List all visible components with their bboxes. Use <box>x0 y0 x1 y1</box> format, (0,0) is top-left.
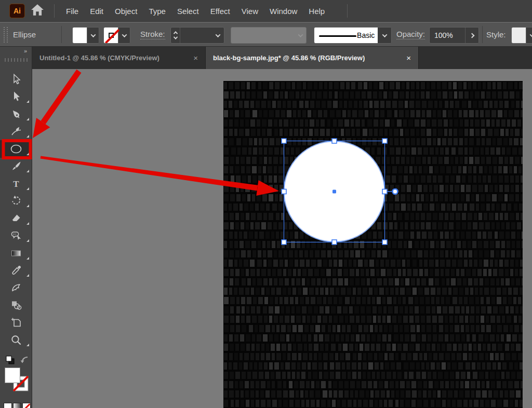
direct-selection-tool-icon <box>10 90 22 103</box>
stroke-label[interactable]: Stroke: <box>140 22 165 47</box>
eyedropper-tool[interactable] <box>0 262 32 280</box>
swap-fill-stroke-button[interactable] <box>20 355 29 366</box>
none-mode-button[interactable] <box>22 403 31 408</box>
separator <box>61 26 62 43</box>
eraser-tool[interactable] <box>0 210 32 227</box>
brush-preview[interactable]: Basic <box>314 28 378 43</box>
brush-definition-dropdown[interactable]: Basic <box>314 27 392 44</box>
stroke-dropdown-button[interactable] <box>118 28 130 43</box>
symbol-sprayer-tool[interactable] <box>0 297 32 315</box>
stroke-weight-field[interactable] <box>180 28 212 43</box>
chevron-down-icon <box>122 32 127 37</box>
menu-item-select[interactable]: Select <box>171 7 205 16</box>
blend-tool[interactable] <box>0 279 32 297</box>
fill-color-picker[interactable] <box>72 27 99 44</box>
menu-item-object[interactable]: Object <box>109 7 143 16</box>
gradient-tool-icon <box>10 247 22 260</box>
document-tab-bar: Untitled-1 @ 45.86 % (CMYK/Preview) × bl… <box>32 47 532 69</box>
symbol-sprayer-tool-icon <box>10 299 22 311</box>
chevron-down-icon <box>382 32 387 37</box>
stroke-color-picker[interactable] <box>103 27 130 44</box>
selection-tool[interactable] <box>0 71 32 88</box>
fill-dropdown-button[interactable] <box>87 28 99 43</box>
variable-width-profile-dropdown-disabled <box>231 27 307 44</box>
type-tool[interactable]: T <box>0 175 32 193</box>
tab-black-bg-sample[interactable]: black-bg-sample.jpg* @ 45.86 % (RGB/Prev… <box>206 47 419 69</box>
flyout-indicator-icon <box>26 118 29 120</box>
stroke-weight-control[interactable] <box>170 27 224 44</box>
stroke-swatch-none[interactable] <box>104 28 118 43</box>
opacity-control[interactable]: 100% <box>429 27 479 44</box>
tab-close-icon[interactable]: × <box>185 53 198 62</box>
selection-tool-icon <box>10 73 22 86</box>
menu-separator <box>347 4 348 18</box>
menu-item-type[interactable]: Type <box>143 7 171 16</box>
svg-text:T: T <box>13 179 19 189</box>
paintbrush-tool[interactable] <box>0 158 32 175</box>
toolbar-grip[interactable] <box>5 58 28 62</box>
profile-field <box>231 28 295 43</box>
gradient-mode-button[interactable] <box>13 403 21 408</box>
zoom-tool-icon <box>10 334 22 346</box>
color-mode-button[interactable] <box>4 403 12 408</box>
graphic-style-picker[interactable] <box>511 27 532 44</box>
menu-item-file[interactable]: File <box>60 7 84 16</box>
tab-title: black-bg-sample.jpg* @ 45.86 % (RGB/Prev… <box>213 54 365 62</box>
stroke-weight-dropdown[interactable] <box>212 28 223 43</box>
rotate-tool-icon <box>10 195 22 207</box>
illustrator-window: Ai FileEditObjectTypeSelectEffectViewWin… <box>0 0 532 408</box>
control-bar-grip[interactable] <box>4 27 8 43</box>
direct-selection-tool[interactable] <box>0 88 32 106</box>
tab-close-icon[interactable]: × <box>398 53 411 62</box>
menu-bar: Ai FileEditObjectTypeSelectEffectViewWin… <box>0 0 532 22</box>
opacity-expand-button[interactable] <box>465 28 478 43</box>
artboard-tool-icon <box>10 317 22 329</box>
menu-item-help[interactable]: Help <box>303 7 330 16</box>
flyout-indicator-icon <box>26 187 29 190</box>
menu-item-edit[interactable]: Edit <box>84 7 109 16</box>
menu-item-view[interactable]: View <box>236 7 264 16</box>
control-bar: Ellipse Stroke: <box>0 22 532 47</box>
brush-dropdown-button[interactable] <box>378 28 391 43</box>
opacity-label[interactable]: Opacity: <box>396 22 425 47</box>
flyout-indicator-icon <box>26 344 29 346</box>
curvature-tool-icon <box>10 125 22 138</box>
tab-untitled-1[interactable]: Untitled-1 @ 45.86 % (CMYK/Preview) × <box>32 47 206 69</box>
opacity-field[interactable]: 100% <box>430 28 465 43</box>
home-button[interactable] <box>30 4 45 18</box>
brush-stroke-preview-icon <box>319 35 356 37</box>
disabled-dropdown-chevron <box>295 28 306 43</box>
flyout-indicator-icon <box>26 239 29 242</box>
fill-swatch[interactable] <box>73 28 87 43</box>
flyout-indicator-icon <box>26 170 29 172</box>
ellipse-tool[interactable] <box>0 140 32 158</box>
document-canvas[interactable] <box>223 81 523 408</box>
separator <box>482 26 483 43</box>
paintbrush-tool-icon <box>10 160 22 172</box>
style-dropdown-button[interactable] <box>526 28 532 43</box>
toolbar-collapse-button[interactable]: » <box>0 47 32 55</box>
flyout-indicator-icon <box>26 135 29 138</box>
stroke-weight-stepper[interactable] <box>171 28 180 43</box>
gradient-tool[interactable] <box>0 244 32 262</box>
chevron-down-icon <box>529 32 532 37</box>
none-slash-icon <box>23 403 31 408</box>
home-icon <box>31 4 44 18</box>
fill-color-indicator[interactable] <box>5 368 20 383</box>
zoom-tool[interactable] <box>0 332 32 349</box>
chevron-down-icon <box>215 32 220 37</box>
chevron-down-icon <box>298 32 303 37</box>
shaper-tool[interactable] <box>0 227 32 245</box>
style-swatch[interactable] <box>512 28 526 43</box>
curvature-tool[interactable] <box>0 123 32 141</box>
app-logo-icon: Ai <box>9 4 25 18</box>
default-fill-stroke-button[interactable] <box>5 355 16 368</box>
menu-item-window[interactable]: Window <box>264 7 303 16</box>
rotate-tool[interactable] <box>0 193 32 210</box>
shaper-tool-icon <box>10 229 22 242</box>
tool-list: T <box>0 71 32 349</box>
artboard-tool[interactable] <box>0 314 32 332</box>
pen-tool-icon <box>10 108 22 120</box>
menu-item-effect[interactable]: Effect <box>205 7 236 16</box>
pen-tool[interactable] <box>0 105 32 123</box>
